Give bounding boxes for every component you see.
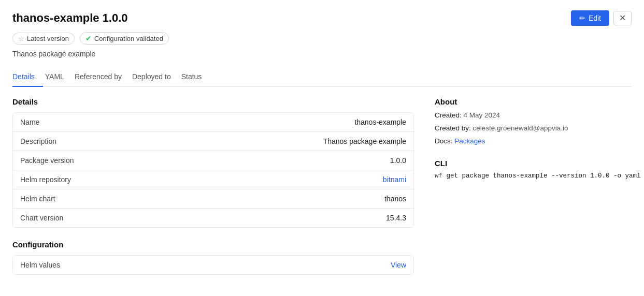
table-row: Helm repository bitnami xyxy=(13,170,413,189)
badge-config-validated: ✔ Configuration validated xyxy=(80,32,169,45)
star-icon: ☆ xyxy=(18,35,24,42)
cli-command: wf get package thanos-example --version … xyxy=(435,171,632,181)
details-table: Name thanos-example Description Thanos p… xyxy=(12,112,414,228)
badge-config-validated-label: Configuration validated xyxy=(94,35,163,42)
description-value: Thanos package example xyxy=(323,137,406,145)
tab-deployed-to[interactable]: Deployed to xyxy=(130,68,179,87)
badges-row: ☆ Latest version ✔ Configuration validat… xyxy=(12,32,632,45)
close-button[interactable]: ✕ xyxy=(613,11,632,25)
badge-latest-version-label: Latest version xyxy=(27,35,69,42)
edit-icon: ✏ xyxy=(579,14,585,22)
about-created-by-label: Created by: xyxy=(435,124,473,132)
name-value: thanos-example xyxy=(354,118,406,126)
tab-referenced-by[interactable]: Referenced by xyxy=(73,68,130,87)
table-row: Helm values View xyxy=(13,256,413,274)
helm-values-value: View xyxy=(391,261,406,269)
cli-section: CLI wf get package thanos-example --vers… xyxy=(435,159,632,181)
configuration-table: Helm values View xyxy=(12,255,414,275)
helm-repo-label: Helm repository xyxy=(20,175,103,184)
tab-status[interactable]: Status xyxy=(179,68,210,87)
name-label: Name xyxy=(20,118,103,126)
table-row: Helm chart thanos xyxy=(13,189,413,209)
edit-button[interactable]: ✏ Edit xyxy=(571,10,609,26)
package-version-label: Package version xyxy=(20,156,103,165)
details-section-title: Details xyxy=(12,97,414,106)
table-row: Package version 1.0.0 xyxy=(13,151,413,170)
tabs-bar: Details YAML Referenced by Deployed to S… xyxy=(12,68,632,87)
about-docs: Docs: Packages xyxy=(435,136,632,146)
check-icon: ✔ xyxy=(85,34,92,42)
about-created: Created: 4 May 2024 xyxy=(435,110,632,121)
about-docs-label: Docs: xyxy=(435,137,454,145)
configuration-section-title: Configuration xyxy=(12,240,414,249)
about-title: About xyxy=(435,97,632,106)
table-row: Description Thanos package example xyxy=(13,132,413,151)
tab-yaml[interactable]: YAML xyxy=(43,68,73,87)
about-created-label: Created: xyxy=(435,111,464,119)
page-subtitle: Thanos package example xyxy=(12,50,632,58)
chart-version-value: 15.4.3 xyxy=(386,214,406,222)
helm-chart-value: thanos xyxy=(384,195,406,203)
table-row: Chart version 15.4.3 xyxy=(13,209,413,227)
header-actions: ✏ Edit ✕ xyxy=(571,10,632,26)
side-panel: About Created: 4 May 2024 Created by: ce… xyxy=(435,97,632,287)
about-docs-link[interactable]: Packages xyxy=(454,137,485,145)
badge-latest-version: ☆ Latest version xyxy=(12,33,75,45)
edit-label: Edit xyxy=(589,14,601,22)
package-version-value: 1.0.0 xyxy=(390,156,406,165)
main-panel: Details Name thanos-example Description … xyxy=(12,97,414,287)
about-created-by-value: celeste.groenewald@appvia.io xyxy=(473,124,568,132)
cli-title: CLI xyxy=(435,159,632,168)
tab-details[interactable]: Details xyxy=(12,68,43,87)
content-area: Details Name thanos-example Description … xyxy=(12,97,632,287)
helm-repo-value: bitnami xyxy=(383,175,406,184)
about-created-by: Created by: celeste.groenewald@appvia.io xyxy=(435,123,632,134)
description-label: Description xyxy=(20,137,103,145)
about-created-value: 4 May 2024 xyxy=(464,111,500,119)
table-row: Name thanos-example xyxy=(13,113,413,132)
chart-version-label: Chart version xyxy=(20,214,103,222)
page-title: thanos-example 1.0.0 xyxy=(12,11,128,25)
about-section: About Created: 4 May 2024 Created by: ce… xyxy=(435,97,632,147)
helm-values-label: Helm values xyxy=(20,261,103,269)
helm-chart-label: Helm chart xyxy=(20,195,103,203)
helm-repo-link[interactable]: bitnami xyxy=(383,175,406,184)
helm-values-view-link[interactable]: View xyxy=(391,261,406,269)
